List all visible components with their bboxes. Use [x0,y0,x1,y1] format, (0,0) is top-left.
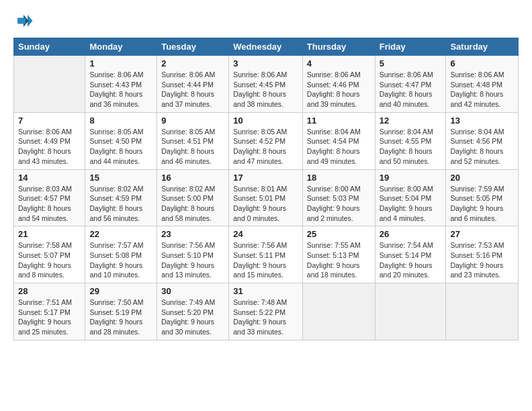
day-number: 4 [307,58,371,68]
day-info: Sunrise: 7:55 AMSunset: 5:13 PMDaylight:… [307,240,371,280]
day-info: Sunrise: 8:04 AMSunset: 4:54 PMDaylight:… [307,127,371,167]
calendar-cell [14,56,85,113]
calendar-cell: 26Sunrise: 7:54 AMSunset: 5:14 PMDayligh… [375,226,446,283]
calendar-cell: 20Sunrise: 7:59 AMSunset: 5:05 PMDayligh… [446,169,519,226]
calendar-cell: 4Sunrise: 8:06 AMSunset: 4:46 PMDaylight… [302,56,375,113]
day-number: 28 [18,286,81,296]
day-number: 12 [380,116,442,126]
day-info: Sunrise: 8:06 AMSunset: 4:45 PMDaylight:… [233,70,298,109]
weekday-header-row: SundayMondayTuesdayWednesdayThursdayFrid… [14,38,519,56]
calendar-cell: 9Sunrise: 8:05 AMSunset: 4:51 PMDaylight… [157,112,229,169]
day-info: Sunrise: 8:06 AMSunset: 4:49 PMDaylight:… [18,127,81,167]
day-info: Sunrise: 7:58 AMSunset: 5:07 PMDaylight:… [18,240,81,280]
day-number: 2 [161,58,224,68]
calendar-cell: 21Sunrise: 7:58 AMSunset: 5:07 PMDayligh… [14,226,85,283]
calendar-cell: 7Sunrise: 8:06 AMSunset: 4:49 PMDaylight… [14,112,85,169]
weekday-header-tuesday: Tuesday [157,38,229,56]
day-info: Sunrise: 7:53 AMSunset: 5:16 PMDaylight:… [450,240,514,280]
calendar-cell: 25Sunrise: 7:55 AMSunset: 5:13 PMDayligh… [302,226,375,283]
day-info: Sunrise: 8:01 AMSunset: 5:01 PMDaylight:… [233,184,298,224]
calendar-cell: 12Sunrise: 8:04 AMSunset: 4:55 PMDayligh… [375,112,446,169]
day-info: Sunrise: 7:57 AMSunset: 5:08 PMDaylight:… [89,240,152,280]
day-number: 13 [450,116,514,126]
day-number: 15 [89,173,152,183]
calendar-cell: 18Sunrise: 8:00 AMSunset: 5:03 PMDayligh… [302,169,375,226]
day-info: Sunrise: 7:51 AMSunset: 5:17 PMDaylight:… [18,298,81,337]
weekday-header-saturday: Saturday [446,38,519,56]
day-number: 16 [161,173,224,183]
day-number: 10 [233,116,298,126]
day-info: Sunrise: 8:05 AMSunset: 4:52 PMDaylight:… [233,127,298,167]
calendar-cell: 11Sunrise: 8:04 AMSunset: 4:54 PMDayligh… [302,112,375,169]
day-number: 26 [380,229,442,239]
day-number: 25 [307,229,371,239]
calendar-cell: 17Sunrise: 8:01 AMSunset: 5:01 PMDayligh… [229,169,303,226]
logo-icon [13,11,34,31]
day-number: 19 [380,173,442,183]
day-info: Sunrise: 7:50 AMSunset: 5:19 PMDaylight:… [89,298,152,337]
calendar-cell: 19Sunrise: 8:00 AMSunset: 5:04 PMDayligh… [375,169,446,226]
day-number: 23 [161,229,224,239]
calendar-cell: 13Sunrise: 8:04 AMSunset: 4:56 PMDayligh… [446,112,519,169]
logo [13,11,36,31]
day-info: Sunrise: 8:03 AMSunset: 4:57 PMDaylight:… [18,184,81,224]
day-info: Sunrise: 8:06 AMSunset: 4:43 PMDaylight:… [89,70,152,109]
week-row-1: 1Sunrise: 8:06 AMSunset: 4:43 PMDaylight… [14,56,519,113]
calendar-cell: 5Sunrise: 8:06 AMSunset: 4:47 PMDaylight… [375,56,446,113]
day-number: 31 [233,286,298,296]
calendar-cell: 22Sunrise: 7:57 AMSunset: 5:08 PMDayligh… [85,226,157,283]
weekday-header-friday: Friday [375,38,446,56]
weekday-header-sunday: Sunday [14,38,85,56]
day-info: Sunrise: 8:05 AMSunset: 4:51 PMDaylight:… [161,127,224,167]
week-row-3: 14Sunrise: 8:03 AMSunset: 4:57 PMDayligh… [14,169,519,226]
day-number: 17 [233,173,298,183]
main-container: SundayMondayTuesdayWednesdayThursdayFrid… [0,0,532,347]
weekday-header-thursday: Thursday [302,38,375,56]
calendar-table: SundayMondayTuesdayWednesdayThursdayFrid… [13,38,519,340]
day-number: 9 [161,116,224,126]
week-row-4: 21Sunrise: 7:58 AMSunset: 5:07 PMDayligh… [14,226,519,283]
calendar-cell: 23Sunrise: 7:56 AMSunset: 5:10 PMDayligh… [157,226,229,283]
calendar-cell: 15Sunrise: 8:02 AMSunset: 4:59 PMDayligh… [85,169,157,226]
day-info: Sunrise: 8:04 AMSunset: 4:56 PMDaylight:… [450,127,514,167]
weekday-header-monday: Monday [85,38,157,56]
week-row-5: 28Sunrise: 7:51 AMSunset: 5:17 PMDayligh… [14,283,519,340]
day-number: 6 [450,58,514,68]
calendar-cell [302,283,375,340]
day-number: 1 [89,58,152,68]
calendar-cell: 3Sunrise: 8:06 AMSunset: 4:45 PMDaylight… [229,56,303,113]
calendar-cell: 28Sunrise: 7:51 AMSunset: 5:17 PMDayligh… [14,283,85,340]
calendar-cell: 30Sunrise: 7:49 AMSunset: 5:20 PMDayligh… [157,283,229,340]
day-number: 24 [233,229,298,239]
day-number: 30 [161,286,224,296]
calendar-cell: 16Sunrise: 8:02 AMSunset: 5:00 PMDayligh… [157,169,229,226]
calendar-cell: 2Sunrise: 8:06 AMSunset: 4:44 PMDaylight… [157,56,229,113]
day-number: 18 [307,173,371,183]
day-number: 3 [233,58,298,68]
day-number: 8 [89,116,152,126]
calendar-cell: 1Sunrise: 8:06 AMSunset: 4:43 PMDaylight… [85,56,157,113]
day-info: Sunrise: 8:02 AMSunset: 5:00 PMDaylight:… [161,184,224,224]
day-number: 21 [18,229,81,239]
day-info: Sunrise: 8:02 AMSunset: 4:59 PMDaylight:… [89,184,152,224]
calendar-cell: 29Sunrise: 7:50 AMSunset: 5:19 PMDayligh… [85,283,157,340]
day-info: Sunrise: 7:56 AMSunset: 5:11 PMDaylight:… [233,240,298,280]
day-info: Sunrise: 8:00 AMSunset: 5:03 PMDaylight:… [307,184,371,224]
day-number: 5 [380,58,442,68]
day-number: 29 [89,286,152,296]
day-info: Sunrise: 8:06 AMSunset: 4:46 PMDaylight:… [307,70,371,109]
day-number: 20 [450,173,514,183]
day-info: Sunrise: 7:48 AMSunset: 5:22 PMDaylight:… [233,298,298,337]
calendar-cell: 8Sunrise: 8:05 AMSunset: 4:50 PMDaylight… [85,112,157,169]
day-info: Sunrise: 7:59 AMSunset: 5:05 PMDaylight:… [450,184,514,224]
day-info: Sunrise: 8:06 AMSunset: 4:47 PMDaylight:… [380,70,442,109]
weekday-header-wednesday: Wednesday [229,38,303,56]
day-number: 27 [450,229,514,239]
day-info: Sunrise: 7:54 AMSunset: 5:14 PMDaylight:… [380,240,442,280]
day-info: Sunrise: 8:06 AMSunset: 4:44 PMDaylight:… [161,70,224,109]
calendar-cell: 27Sunrise: 7:53 AMSunset: 5:16 PMDayligh… [446,226,519,283]
header [13,11,519,31]
day-number: 14 [18,173,81,183]
day-info: Sunrise: 8:06 AMSunset: 4:48 PMDaylight:… [450,70,514,109]
day-number: 11 [307,116,371,126]
